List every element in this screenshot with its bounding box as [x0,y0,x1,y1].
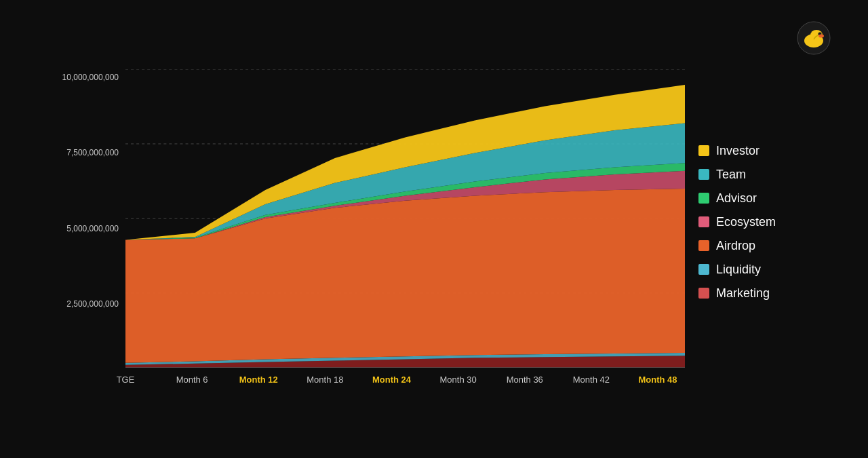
area-chart [125,69,685,368]
legend-label: Liquidity [716,263,761,277]
x-axis-labels: TGEMonth 6Month 12Month 18Month 24Month … [125,370,685,385]
logo-area [796,20,841,56]
x-axis-label: Month 30 [431,375,486,385]
y-axis-label: 10,000,000,000 [62,73,119,82]
legend: InvestorTeamAdvisorEcosystemAirdropLiqui… [685,69,841,402]
legend-label: Marketing [716,286,770,301]
header [27,20,841,56]
legend-label: Team [716,168,746,182]
legend-item: Investor [698,144,841,158]
legend-color-dot [698,288,709,299]
legend-color-dot [698,240,709,251]
legend-item: Airdrop [698,239,841,253]
svg-point-4 [818,35,824,38]
legend-item: Advisor [698,191,841,206]
x-axis-label: Month 12 [231,375,285,385]
legend-label: Advisor [716,191,757,206]
duckchain-logo-icon [796,20,831,56]
legend-color-dot [698,145,709,156]
legend-item: Team [698,168,841,182]
legend-color-dot [698,216,709,227]
x-axis-label: Month 36 [498,375,552,385]
legend-color-dot [698,169,709,180]
chart-area: 10,000,000,0007,500,000,0005,000,000,000… [27,69,685,402]
legend-label: Airdrop [716,239,755,253]
legend-item: Ecosystem [698,215,841,229]
chart-and-legend: 10,000,000,0007,500,000,0005,000,000,000… [27,69,841,402]
x-axis-label: Month 24 [365,375,419,385]
legend-color-dot [698,193,709,204]
y-axis-label: 5,000,000,000 [66,224,119,233]
legend-color-dot [698,264,709,275]
legend-item: Liquidity [698,263,841,277]
x-axis-label: Month 6 [165,375,219,385]
legend-label: Investor [716,144,760,158]
chart-wrapper: TGEMonth 6Month 12Month 18Month 24Month … [125,69,685,402]
legend-label: Ecosystem [716,215,776,229]
legend-item: Marketing [698,286,841,301]
y-axis-labels: 10,000,000,0007,500,000,0005,000,000,000… [27,69,125,402]
x-axis-label: Month 18 [298,375,352,385]
y-axis-label: 2,500,000,000 [66,299,119,309]
page-container: 10,000,000,0007,500,000,0005,000,000,000… [0,0,868,458]
x-axis-label: TGE [98,375,153,385]
x-axis-label: Month 42 [564,375,618,385]
y-axis-label: 7,500,000,000 [66,148,119,157]
x-axis-label: Month 48 [631,375,685,385]
